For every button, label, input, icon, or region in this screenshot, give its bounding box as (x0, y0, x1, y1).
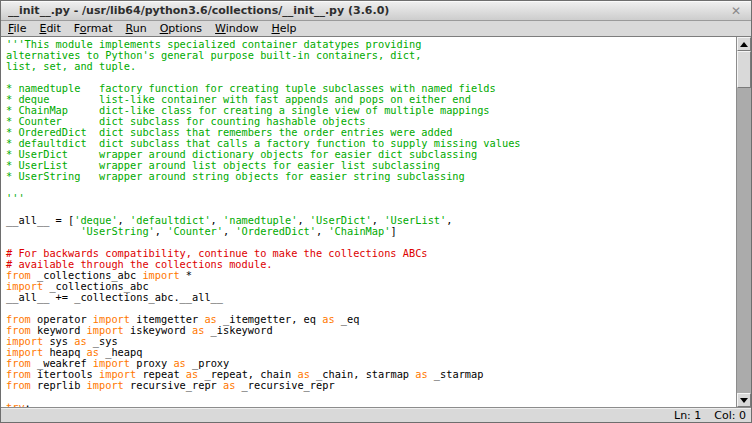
scroll-up-button[interactable] (737, 37, 751, 51)
code-line (6, 182, 736, 193)
menu-file[interactable]: File (2, 21, 33, 37)
scroll-down-button[interactable] (737, 393, 751, 407)
titlebar: __init__.py - /usr/lib64/python3.6/colle… (1, 1, 751, 21)
close-icon[interactable]: ✕ (729, 5, 743, 17)
code-line: 'UserString', 'Counter', 'OrderedDict', … (6, 226, 736, 237)
menu-run[interactable]: Run (120, 21, 154, 37)
column-indicator: Col: 0 (714, 409, 746, 422)
scrollbar (736, 37, 751, 407)
idle-editor-window: __init__.py - /usr/lib64/python3.6/colle… (0, 0, 752, 423)
up-triangle-icon (740, 42, 748, 47)
down-triangle-icon (740, 398, 748, 403)
code-editor[interactable]: '''This module implements specialized co… (1, 37, 736, 407)
code-line (6, 391, 736, 402)
code-line: from reprlib import recursive_repr as _r… (6, 380, 736, 391)
menu-edit[interactable]: Edit (33, 21, 67, 37)
editor-area: '''This module implements specialized co… (1, 37, 751, 407)
code-line: * UserString wrapper around string objec… (6, 171, 736, 182)
menu-help[interactable]: Help (265, 21, 303, 37)
scrollbar-track[interactable] (737, 51, 751, 393)
scrollbar-thumb[interactable] (737, 51, 751, 88)
window-title: __init__.py - /usr/lib64/python3.6/colle… (8, 4, 729, 17)
code-line: __all__ += _collections_abc.__all__ (6, 292, 736, 303)
menu-options[interactable]: Options (154, 21, 209, 37)
code-line: ''' (6, 193, 736, 204)
menu-format[interactable]: Format (68, 21, 120, 37)
menubar: FileEditFormatRunOptionsWindowHelp (1, 21, 751, 37)
status-bar: Ln: 1 Col: 0 (1, 407, 751, 422)
menu-window[interactable]: Window (209, 21, 265, 37)
code-line: list, set, and tuple. (6, 61, 736, 72)
line-indicator: Ln: 1 (674, 409, 701, 422)
